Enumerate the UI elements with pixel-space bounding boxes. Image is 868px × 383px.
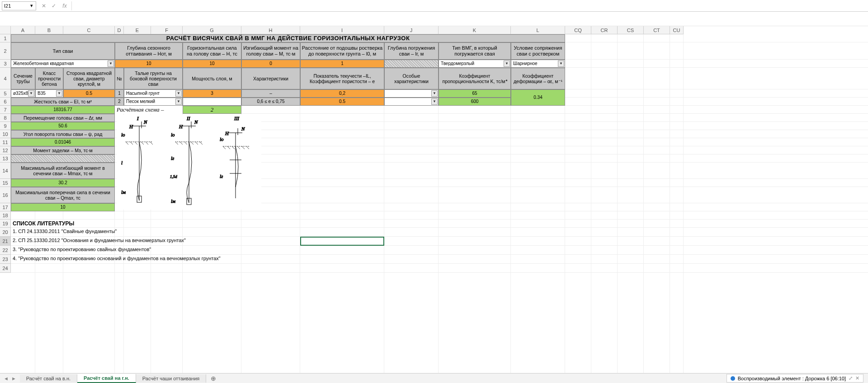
row-header-4[interactable]: 4 [0,68,11,89]
row-header-1[interactable]: 1 [0,34,11,42]
soil-2-select[interactable]: Песок мелкий▼ [124,98,183,106]
hdr-side: Сторона квадратной сваи, диаметр круглой… [63,68,115,89]
thickness-1-input[interactable]: 3 [183,89,241,98]
sheet-nav[interactable]: ◄► [0,376,20,381]
chevron-down-icon[interactable]: ▼ [56,90,62,97]
col-header-L[interactable]: L [511,26,565,34]
row-header-17[interactable]: 17 [0,203,11,211]
col-header-I[interactable]: I [300,26,384,34]
nav-prev-icon[interactable]: ◄ [4,376,9,381]
col-header-CR[interactable]: CR [591,26,618,34]
col-header-CT[interactable]: CT [644,26,670,34]
chevron-down-icon[interactable]: ▼ [504,61,510,67]
accept-icon[interactable]: ✓ [50,2,58,10]
special-2-select[interactable]: ▼ [384,98,439,106]
col-header-D[interactable]: D [115,26,124,34]
nav-next-icon[interactable]: ► [11,376,16,381]
row-header-10[interactable]: 10 [0,130,11,138]
row-header-7[interactable]: 7 [0,106,11,114]
cancel-icon[interactable]: ✕ [40,2,48,10]
result-mmax-label: Максимальный изгибающий момент в сечении… [11,163,115,179]
col-header-F[interactable]: F [151,26,183,34]
ile-1-input[interactable]: 0,2 [300,89,384,98]
tab-raschet-chashi[interactable]: Расчёт чаши оттаивания [136,374,206,383]
pile-type-select[interactable]: Железобетонная квадратная▼ [11,60,115,68]
app-viewport: I21 ▾ ✕ ✓ fx ABCDEFGHIJKLCQCRCSCTCU 1234… [0,0,868,383]
spreadsheet-grid[interactable]: ABCDEFGHIJKLCQCRCSCTCU 12345678910111213… [0,26,868,373]
col-header-B[interactable]: B [35,26,63,34]
status-bar: ◄► Расчёт свай на в.н. Расчёт свай на г.… [0,373,868,383]
col-header-J[interactable]: J [384,26,439,34]
row-header-20[interactable]: 20 [0,228,11,237]
chevron-down-icon[interactable]: ▼ [431,90,438,97]
row-headers[interactable]: 123456789101112131415161718192021222324 [0,34,11,273]
row-header-15[interactable]: 15 [0,179,11,187]
row-header-14[interactable]: 14 [0,163,11,179]
row-header-9[interactable]: 9 [0,122,11,130]
row-header-24[interactable]: 24 [0,264,11,273]
row-header-21[interactable]: 21 [0,237,11,246]
row-header-13[interactable]: 13 [0,154,11,163]
col-header-K[interactable]: K [439,26,511,34]
chevron-down-icon[interactable]: ▼ [558,61,564,67]
toast-close-icon[interactable]: ✕ [855,375,859,381]
select-all-corner[interactable] [0,26,11,34]
row-header-3[interactable]: 3 [0,60,11,68]
col-header-CS[interactable]: CS [618,26,644,34]
toolbar-gap [0,12,868,26]
col-header-H[interactable]: H [241,26,300,34]
fx-label[interactable]: fx [61,2,69,10]
chevron-down-icon[interactable]: ▼ [431,98,438,105]
chevron-down-icon[interactable]: ▼ [175,90,182,97]
svg-line-27 [195,142,198,145]
row-header-11[interactable]: 11 [0,138,11,146]
row-header-5[interactable]: 5 [0,89,11,98]
row-header-8[interactable]: 8 [0,114,11,122]
pipe-section-select[interactable]: ø325x8▼ [11,89,35,98]
col-header-A[interactable]: A [11,26,35,34]
col-header-C[interactable]: C [63,26,115,34]
chevron-down-icon[interactable]: ▼ [175,98,182,105]
svg-text:lo: lo [121,132,125,137]
special-1-select[interactable]: ▼ [384,89,439,98]
m-moment-input[interactable]: 0 [241,60,300,68]
side-input[interactable]: 0.5 [63,89,115,98]
thaw-depth-input[interactable]: 10 [115,60,183,68]
hdr-thaw-depth: Глубина сезонного оттаивания – Hот, м [115,42,183,60]
toast-pin-icon[interactable]: ⤢ [849,375,853,381]
row-header-22[interactable]: 22 [0,246,11,255]
tab-raschet-vn[interactable]: Расчёт свай на в.н. [20,374,77,383]
row-header-23[interactable]: 23 [0,255,11,264]
add-sheet-button[interactable]: ⊕ [206,375,221,382]
chevron-down-icon[interactable]: ▼ [28,90,34,97]
distance-input[interactable]: 1 [300,60,384,68]
h-force-input[interactable]: 10 [183,60,241,68]
col-header-CQ[interactable]: CQ [565,26,591,34]
col-header-G[interactable]: G [183,26,241,34]
row-header-2[interactable]: 2 [0,42,11,60]
formula-input[interactable] [71,1,866,10]
row-header-12[interactable]: 12 [0,146,11,154]
joint-select[interactable]: Шарнирное▼ [511,60,565,68]
name-box-dropdown-icon[interactable]: ▾ [28,3,35,9]
chevron-down-icon[interactable]: ▼ [108,61,114,67]
col-header-CU[interactable]: CU [670,26,684,34]
row-header-19[interactable]: 19 [0,220,11,228]
row-header-16[interactable]: 16 [0,187,11,203]
vmg-select[interactable]: Твердомерзлый▼ [439,60,511,68]
soil-1-select[interactable]: Насыпной грунт▼ [124,89,183,98]
media-toast[interactable]: Воспроизводимый элемент : Дорожка 6 [06:… [726,374,863,383]
thickness-2-input[interactable] [183,98,241,106]
ile-2-input[interactable]: 0.5 [300,98,384,106]
cells-area[interactable]: РАСЧЁТ ВИСЯЧИХ СВАЙ В ММГ НА ДЕЙСТВИЕ ГО… [11,34,868,373]
name-box[interactable]: I21 ▾ [2,1,36,10]
concrete-class-select[interactable]: B35▼ [35,89,63,98]
char-1: – [241,89,300,98]
svg-text:lo: lo [220,136,224,142]
col-header-E[interactable]: E [124,26,151,34]
row-header-6[interactable]: 6 [0,98,11,106]
tab-raschet-gn[interactable]: Расчёт свай на г.н. [77,374,136,383]
row-header-18[interactable]: 18 [0,211,11,220]
column-headers[interactable]: ABCDEFGHIJKLCQCRCSCTCU [11,26,868,34]
embed-input[interactable] [384,60,439,68]
